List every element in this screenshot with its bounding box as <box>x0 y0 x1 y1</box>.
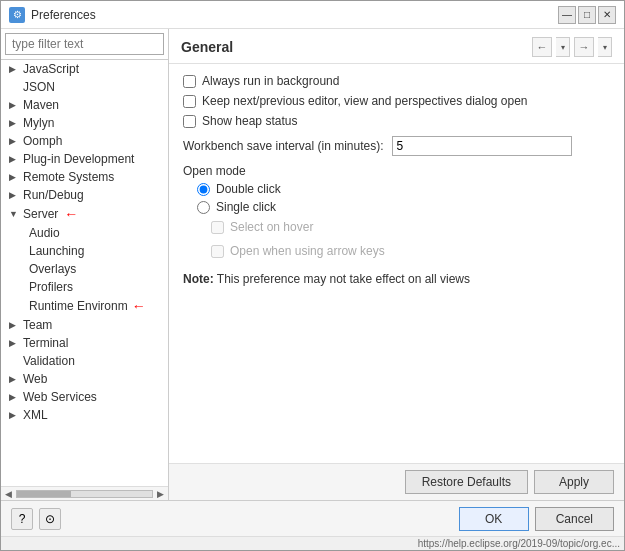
cancel-button[interactable]: Cancel <box>535 507 614 531</box>
sidebar-item-label-runtime-env: Runtime Environm <box>29 299 128 313</box>
sidebar-item-validation[interactable]: Validation <box>1 352 168 370</box>
sidebar-item-label-oomph: Oomph <box>23 134 62 148</box>
checkbox-label-open-arrow: Open when using arrow keys <box>230 244 385 258</box>
sidebar-item-label-server: Server <box>23 207 58 221</box>
expand-arrow-web-services: ▶ <box>9 392 21 402</box>
sidebar-item-json[interactable]: JSON <box>1 78 168 96</box>
sidebar-item-label-web-services: Web Services <box>23 390 97 404</box>
sidebar-item-overlays[interactable]: Overlays <box>1 260 168 278</box>
apply-button[interactable]: Apply <box>534 470 614 494</box>
radio-label-single-click: Single click <box>216 200 276 214</box>
sidebar-item-label-mylyn: Mylyn <box>23 116 54 130</box>
sidebar-item-label-web: Web <box>23 372 47 386</box>
checkbox-select-hover[interactable] <box>211 221 224 234</box>
filter-input[interactable] <box>5 33 164 55</box>
open-mode-label: Open mode <box>183 164 610 178</box>
sidebar-item-label-overlays: Overlays <box>29 262 76 276</box>
sidebar-item-plugin-dev[interactable]: ▶ Plug-in Development <box>1 150 168 168</box>
maximize-button[interactable]: □ <box>578 6 596 24</box>
checkbox-label-keep-editor: Keep next/previous editor, view and pers… <box>202 94 528 108</box>
sidebar-item-remote-sys[interactable]: ▶ Remote Systems <box>1 168 168 186</box>
sidebar-item-label-remote-sys: Remote Systems <box>23 170 114 184</box>
sidebar-item-web-services[interactable]: ▶ Web Services <box>1 388 168 406</box>
radio-double-click[interactable] <box>197 183 210 196</box>
sidebar-item-runtime-env[interactable]: Runtime Environm ← <box>1 296 168 316</box>
settings-icon-button[interactable]: ⊙ <box>39 508 61 530</box>
sidebar-item-server[interactable]: ▼ Server ← <box>1 204 168 224</box>
bottom-bar: ? ⊙ OK Cancel <box>1 500 624 536</box>
window-icon: ⚙ <box>9 7 25 23</box>
sidebar-item-label-launching: Launching <box>29 244 84 258</box>
radio-group-open-mode: Double click Single click <box>197 182 610 214</box>
radio-single-click[interactable] <box>197 201 210 214</box>
sidebar-item-label-xml: XML <box>23 408 48 422</box>
sidebar-hscroll: ◀ ▶ <box>1 486 168 500</box>
expand-arrow-server: ▼ <box>9 209 21 219</box>
restore-defaults-button[interactable]: Restore Defaults <box>405 470 528 494</box>
sidebar-item-label-terminal: Terminal <box>23 336 68 350</box>
nav-forward-dropdown[interactable]: ▾ <box>598 37 612 57</box>
hscroll-left-arrow[interactable]: ◀ <box>3 489 14 499</box>
checkbox-label-show-heap: Show heap status <box>202 114 297 128</box>
filter-box <box>1 29 168 60</box>
ok-button[interactable]: OK <box>459 507 529 531</box>
sidebar-item-launching[interactable]: Launching <box>1 242 168 260</box>
nav-buttons: ← ▾ → ▾ <box>532 37 612 57</box>
hscroll-right-arrow[interactable]: ▶ <box>155 489 166 499</box>
checkbox-row-show-heap: Show heap status <box>183 114 610 128</box>
sidebar-item-label-maven: Maven <box>23 98 59 112</box>
sidebar-item-web[interactable]: ▶ Web <box>1 370 168 388</box>
sidebar-item-xml[interactable]: ▶ XML <box>1 406 168 424</box>
sidebar-item-mylyn[interactable]: ▶ Mylyn <box>1 114 168 132</box>
expand-arrow-oomph: ▶ <box>9 136 21 146</box>
preferences-window: ⚙ Preferences — □ ✕ ▶ JavaScript <box>0 0 625 551</box>
hscroll-thumb <box>17 491 71 497</box>
checkbox-keep-editor[interactable] <box>183 95 196 108</box>
close-button[interactable]: ✕ <box>598 6 616 24</box>
sidebar-item-profilers[interactable]: Profilers <box>1 278 168 296</box>
expand-arrow-remote-sys: ▶ <box>9 172 21 182</box>
help-button[interactable]: ? <box>11 508 33 530</box>
checkbox-row-always-bg: Always run in background <box>183 74 610 88</box>
sidebar-item-label-plugin-dev: Plug-in Development <box>23 152 134 166</box>
checkbox-row-keep-editor: Keep next/previous editor, view and pers… <box>183 94 610 108</box>
panel-body: Always run in background Keep next/previ… <box>169 64 624 463</box>
red-arrow-rte-icon: ← <box>132 298 146 314</box>
checkbox-label-always-bg: Always run in background <box>202 74 339 88</box>
expand-arrow-javascript: ▶ <box>9 64 21 74</box>
bottom-left: ? ⊙ <box>11 508 61 530</box>
sidebar-item-oomph[interactable]: ▶ Oomph <box>1 132 168 150</box>
nav-back-button[interactable]: ← <box>532 37 552 57</box>
minimize-button[interactable]: — <box>558 6 576 24</box>
note-text: Note: This preference may not take effec… <box>183 272 610 286</box>
expand-arrow-xml: ▶ <box>9 410 21 420</box>
checkbox-always-bg[interactable] <box>183 75 196 88</box>
right-panel: General ← ▾ → ▾ Always run in background… <box>169 29 624 500</box>
sidebar-item-terminal[interactable]: ▶ Terminal <box>1 334 168 352</box>
workbench-interval-input[interactable] <box>392 136 572 156</box>
sidebar-item-audio[interactable]: Audio <box>1 224 168 242</box>
note-content: This preference may not take effect on a… <box>217 272 470 286</box>
sidebar-item-run-debug[interactable]: ▶ Run/Debug <box>1 186 168 204</box>
sidebar-item-label-validation: Validation <box>23 354 75 368</box>
nav-back-dropdown[interactable]: ▾ <box>556 37 570 57</box>
checkbox-open-arrow[interactable] <box>211 245 224 258</box>
hscroll-track <box>16 490 153 498</box>
checkbox-show-heap[interactable] <box>183 115 196 128</box>
workbench-interval-label: Workbench save interval (in minutes): <box>183 139 384 153</box>
help-icon: ? <box>19 512 26 526</box>
panel-footer: Restore Defaults Apply <box>169 463 624 500</box>
expand-arrow-terminal: ▶ <box>9 338 21 348</box>
settings-icon: ⊙ <box>45 512 55 526</box>
expand-arrow-web: ▶ <box>9 374 21 384</box>
title-bar: ⚙ Preferences — □ ✕ <box>1 1 624 29</box>
bottom-right: OK Cancel <box>459 507 614 531</box>
sidebar-item-label-profilers: Profilers <box>29 280 73 294</box>
sidebar-item-maven[interactable]: ▶ Maven <box>1 96 168 114</box>
checkbox-label-select-hover: Select on hover <box>230 220 313 234</box>
sidebar-item-team[interactable]: ▶ Team <box>1 316 168 334</box>
sidebar: ▶ JavaScript JSON ▶ Maven ▶ Mylyn <box>1 29 169 500</box>
nav-forward-button[interactable]: → <box>574 37 594 57</box>
tree-view: ▶ JavaScript JSON ▶ Maven ▶ Mylyn <box>1 60 168 486</box>
sidebar-item-javascript[interactable]: ▶ JavaScript <box>1 60 168 78</box>
